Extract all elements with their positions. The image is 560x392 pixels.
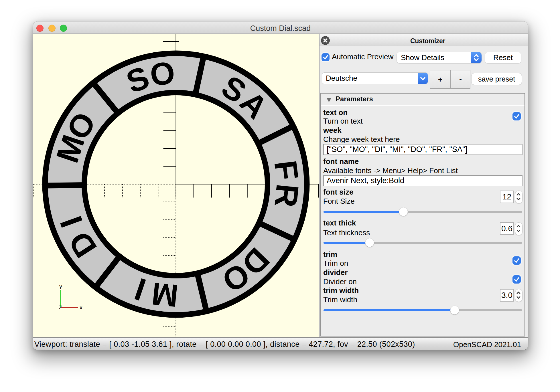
svg-text:R: R [268, 182, 305, 209]
svg-text:Z: Z [59, 304, 62, 310]
svg-text:M: M [150, 276, 180, 314]
svg-text:y: y [59, 283, 62, 289]
svg-text:O: O [148, 55, 177, 93]
svg-text:x: x [80, 304, 82, 310]
